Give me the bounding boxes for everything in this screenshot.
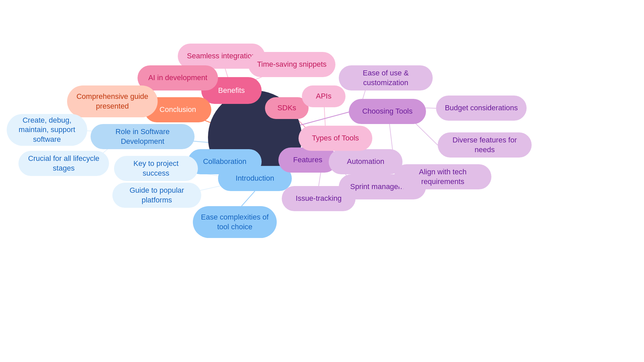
role-node: Role in Software Development	[91, 124, 195, 149]
key-node: Key to project success	[114, 156, 198, 181]
comprehensive-node: Comprehensive guide presented	[67, 85, 158, 117]
ease-complexities-node: Ease complexities of tool choice	[193, 206, 277, 238]
sdks-node: SDKs	[265, 97, 309, 119]
align-node: Align with tech requirements	[394, 164, 491, 189]
ease-use-node: Ease of use & customization	[339, 65, 433, 90]
create-node: Create, debug, maintain, support softwar…	[7, 114, 87, 146]
svg-line-13	[241, 191, 255, 206]
guide-node: Guide to popular platforms	[112, 183, 201, 208]
types-node: Types of Tools	[299, 126, 372, 151]
choosing-node: Choosing Tools	[349, 99, 426, 124]
features-node: Features	[278, 147, 337, 173]
crucial-node: Crucial for all lifecycle stages	[18, 151, 109, 176]
automation-node: Automation	[329, 149, 402, 174]
apis-node: APIs	[302, 85, 345, 107]
diverse-node: Diverse features for needs	[438, 132, 532, 158]
budget-node: Budget considerations	[436, 96, 527, 121]
introduction-node: Introduction	[218, 166, 292, 191]
timesaving-node: Time-saving snippets	[248, 52, 335, 77]
ai-node: AI in development	[138, 65, 218, 90]
issue-node: Issue-tracking	[282, 186, 356, 211]
